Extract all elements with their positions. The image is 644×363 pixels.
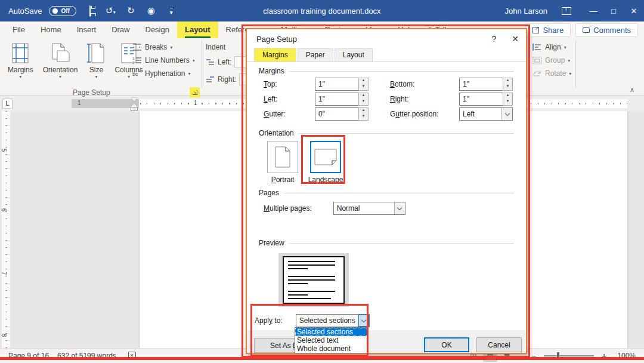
apply-to-dropdown[interactable]: Selected sections — [296, 314, 370, 327]
proofing-errors-icon[interactable] — [128, 352, 136, 360]
customize-quick-access-toolbar-button[interactable]: ▾ — [165, 6, 178, 16]
maximize-button[interactable]: □ — [603, 0, 624, 21]
dialog-tab-margins[interactable]: Margins — [254, 48, 296, 61]
vertical-ruler[interactable]: 5 6 7 8 — [2, 111, 10, 348]
ok-button[interactable]: OK — [424, 337, 469, 352]
autosave-label: AutoSave — [8, 7, 42, 16]
comments-button[interactable]: Comments — [575, 23, 638, 37]
spinner-down-icon[interactable]: ▼ — [359, 84, 368, 90]
size-button[interactable]: Size ▾ — [84, 41, 108, 79]
multiple-pages-value: Normal — [334, 202, 394, 214]
spinner-up-icon[interactable]: ▲ — [359, 108, 368, 114]
redo-button[interactable]: ↻ — [124, 5, 137, 16]
indent-right-label: Right: — [218, 75, 236, 84]
hyphenation-button[interactable]: bc Hyphenation ▾ — [132, 69, 195, 78]
chevron-down-icon: ▾ — [564, 45, 566, 50]
dialog-close-button[interactable]: ✕ — [512, 34, 519, 44]
spinner-down-icon[interactable]: ▼ — [359, 114, 368, 120]
landscape-button[interactable] — [310, 141, 341, 173]
first-line-indent-icon[interactable] — [131, 98, 137, 101]
hyphenation-icon: bc — [132, 69, 142, 78]
tab-selector-icon[interactable]: L — [2, 99, 13, 109]
tab-insert[interactable]: Insert — [69, 21, 104, 38]
orientation-label: Orientation — [43, 66, 78, 74]
dialog-help-button[interactable]: ? — [491, 34, 496, 44]
zoom-slider[interactable] — [544, 355, 594, 356]
margins-label: Margins — [8, 66, 33, 74]
ruler-number: 7 — [1, 272, 7, 275]
landscape-option[interactable]: Landscape — [309, 141, 342, 184]
zoom-slider-knob[interactable] — [557, 352, 559, 359]
close-button[interactable]: ✕ — [624, 0, 644, 21]
right-margin-value[interactable]: 1" — [459, 93, 503, 106]
spinner-up-icon[interactable]: ▲ — [359, 78, 368, 84]
zoom-out-button[interactable]: − — [530, 351, 538, 361]
autosave-toggle[interactable]: Off — [49, 6, 76, 16]
cancel-button[interactable]: Cancel — [476, 337, 522, 352]
multiple-pages-dropdown[interactable]: Normal — [333, 202, 405, 215]
bottom-margin-spinner[interactable]: 1" ▲▼ — [459, 78, 513, 91]
dialog-title: Page Setup — [256, 35, 297, 44]
zoom-level[interactable]: 100% — [614, 352, 636, 360]
group-button[interactable]: Group ▾ — [532, 56, 571, 64]
tab-home[interactable]: Home — [33, 21, 69, 38]
ribbon-display-options-icon[interactable] — [562, 7, 571, 15]
dialog-tab-strip: Margins Paper Layout — [247, 48, 526, 62]
right-margin-spinner[interactable]: 1" ▲▼ — [459, 93, 513, 106]
portrait-option[interactable]: Portrait — [266, 141, 299, 184]
align-button[interactable]: Align ▾ — [532, 43, 571, 51]
tab-design[interactable]: Design — [138, 21, 177, 38]
portrait-button[interactable] — [267, 141, 298, 173]
spinner-down-icon[interactable]: ▼ — [503, 84, 512, 90]
page-setup-dialog-launcher[interactable] — [190, 87, 200, 97]
tab-file[interactable]: File — [5, 21, 33, 38]
share-button[interactable]: Share — [525, 23, 571, 37]
hyphenation-label: Hyphenation — [145, 69, 185, 78]
page-indicator[interactable]: Page 9 of 16 — [8, 352, 49, 360]
tab-layout[interactable]: Layout — [177, 21, 218, 38]
top-margin-value[interactable]: 1" — [315, 78, 358, 91]
spinner-up-icon[interactable]: ▲ — [503, 78, 512, 84]
spinner-down-icon[interactable]: ▼ — [503, 99, 512, 105]
option-selected-sections[interactable]: Selected sections — [295, 328, 368, 336]
spinner-down-icon[interactable]: ▼ — [359, 99, 368, 105]
hanging-indent-icon[interactable] — [131, 103, 137, 107]
margins-icon — [11, 43, 29, 63]
top-margin-spinner[interactable]: 1" ▲▼ — [315, 78, 369, 91]
gutter-value[interactable]: 0" — [315, 107, 358, 121]
spinner-up-icon[interactable]: ▲ — [503, 93, 512, 99]
dialog-launcher-icon — [193, 90, 197, 95]
option-selected-text[interactable]: Selected text — [295, 336, 368, 344]
left-indent-icon[interactable] — [131, 107, 137, 110]
breaks-button[interactable]: Breaks ▾ — [132, 43, 195, 51]
size-label: Size — [89, 66, 103, 74]
dialog-tab-paper[interactable]: Paper — [298, 48, 333, 62]
page-setup-dialog: Page Setup ? ✕ Margins Paper Layout Marg… — [246, 28, 527, 354]
bottom-margin-value[interactable]: 1" — [459, 78, 503, 91]
left-margin-spinner[interactable]: 1" ▲▼ — [315, 93, 369, 106]
page-setup-group-label: Page Setup — [73, 88, 110, 97]
indent-marker-handle[interactable] — [131, 98, 137, 110]
word-count[interactable]: 632 of 5199 words — [57, 352, 116, 360]
option-whole-document[interactable]: Whole document — [295, 344, 368, 353]
gutter-spinner[interactable]: 0" ▲▼ — [315, 107, 369, 121]
margins-button[interactable]: Margins ▾ — [5, 41, 36, 79]
minimize-button[interactable]: — — [583, 0, 603, 21]
save-icon — [89, 5, 91, 17]
left-margin-value[interactable]: 1" — [315, 93, 358, 106]
collapse-ribbon-icon[interactable]: ∧ — [630, 86, 634, 94]
save-button[interactable] — [83, 6, 97, 16]
dialog-tab-layout[interactable]: Layout — [335, 48, 373, 62]
read-aloud-button[interactable]: ◉ — [144, 5, 157, 16]
line-numbers-button[interactable]: 12 Line Numbers ▾ — [132, 56, 195, 64]
chevron-down-icon: ▾ — [95, 74, 97, 79]
group-separator — [575, 41, 576, 87]
gutter-position-dropdown[interactable]: Left — [459, 107, 513, 121]
chevron-down-icon: ▾ — [59, 74, 61, 79]
spinner-up-icon[interactable]: ▲ — [359, 93, 368, 99]
undo-button[interactable]: ↺▾ — [104, 5, 117, 16]
rotate-button[interactable]: Rotate ▾ — [532, 69, 571, 78]
zoom-in-button[interactable]: + — [600, 351, 608, 361]
orientation-button[interactable]: Orientation ▾ — [40, 41, 81, 79]
tab-draw[interactable]: Draw — [104, 21, 137, 38]
